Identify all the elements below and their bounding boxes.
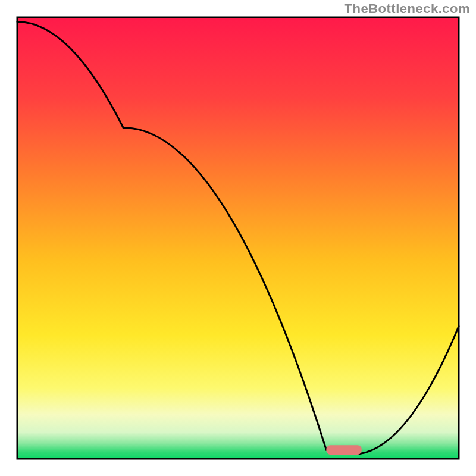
optimal-marker [326, 445, 361, 455]
chart-svg [0, 0, 476, 476]
chart-container: TheBottleneck.com [0, 0, 476, 476]
plot-background [17, 17, 459, 459]
watermark-label: TheBottleneck.com [345, 1, 470, 17]
